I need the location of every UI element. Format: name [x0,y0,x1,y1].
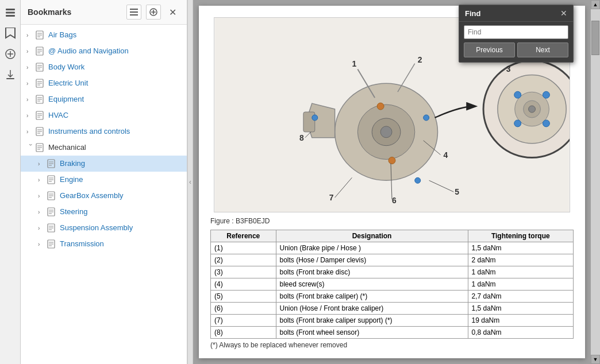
table-cell: bolts (Hose / Damper clevis) [276,254,468,266]
table-cell: (4) [211,278,276,291]
table-cell: Union (Hose / Front brake caliper) [276,303,468,315]
table-cell: 1,5 daNm [468,303,573,315]
svg-point-101 [543,91,549,98]
table-row: (8)bolts (Front wheel sensor)0,8 daNm [211,327,574,339]
scroll-down-button[interactable]: ▼ [591,355,600,364]
sidebar-item-equipment[interactable]: › Equipment [21,91,187,107]
find-next-button[interactable]: Next [517,42,568,57]
sidebar-tag2-icon[interactable] [146,5,161,20]
sidebar-title: Bookmarks [28,7,71,17]
scroll-thumb[interactable] [591,21,599,55]
svg-rect-8 [130,9,138,10]
table-header-reference: Reference [211,230,276,242]
table-row: (5)bolts (Front brake caliper) (*)2,7 da… [211,291,574,303]
book-icon-mech [34,142,45,153]
svg-point-103 [543,120,549,127]
find-input[interactable] [464,25,568,39]
sidebar-collapse-handle[interactable]: ‹ [187,0,193,364]
find-previous-button[interactable]: Previous [464,42,515,57]
svg-rect-10 [130,14,138,16]
table-cell: (2) [211,254,276,266]
svg-point-100 [514,91,521,98]
svg-text:6: 6 [392,196,397,205]
chevron-right-icon-steer: › [38,208,46,216]
main-content: Find ✕ Previous Next [193,0,591,364]
sidebar-item-label-steer: Steering [60,207,87,217]
toolbar-bookmark-icon[interactable] [2,25,18,41]
chevron-right-icon-susp: › [38,224,46,232]
toolbar-attach-icon[interactable] [2,67,18,83]
sidebar-item-label-braking: Braking [60,159,85,169]
sidebar-item-body-work[interactable]: › Body Work [21,59,187,75]
chevron-right-icon-trans: › [38,241,46,248]
table-row: (3)bolts (Front brake disc)1 daNm [211,266,574,278]
toolbar-tag-icon[interactable] [2,46,18,62]
chevron-right-icon: › [26,32,34,39]
table-cell: (5) [211,291,276,303]
sidebar-item-instruments[interactable]: › Instruments and controls [21,123,187,140]
table-cell: (3) [211,266,276,278]
chevron-right-icon-gear: › [38,192,46,200]
svg-text:3: 3 [506,64,511,73]
svg-text:1: 1 [352,59,356,68]
sidebar-item-steering[interactable]: › Steering [21,204,187,220]
data-table: Reference Designation Tightening torque … [210,230,574,339]
sidebar-item-engine[interactable]: › Engine [21,172,187,188]
sidebar-item-label-mech: Mechanical [48,143,86,153]
left-toolbar [0,0,21,364]
table-cell: 1 daNm [468,278,573,291]
sidebar-item-gearbox[interactable]: › GearBox Assembly [21,188,187,204]
sidebar-item-electric[interactable]: › Electric Unit [21,75,187,91]
table-cell: 2 daNm [468,254,573,266]
table-cell: 1,5 daNm [468,242,573,254]
svg-point-99 [529,106,536,113]
sidebar-item-label-engine: Engine [60,175,83,185]
book-icon-steer [46,207,56,217]
chevron-right-icon-audio: › [26,48,34,55]
table-cell: bolts (Front brake caliper support) (*) [276,315,468,327]
sidebar: Bookmarks ✕ › Air Bags › @ Audio and [21,0,187,364]
chevron-right-icon-hvac: › [26,112,34,119]
sidebar-item-label-susp: Suspension Assembly [60,223,133,233]
sidebar-item-label-equip: Equipment [48,95,84,104]
find-close-button[interactable]: ✕ [560,9,567,18]
scroll-up-button[interactable]: ▲ [591,0,600,9]
svg-point-74 [380,126,392,138]
sidebar-item-transmission[interactable]: › Transmission [21,236,187,252]
book-icon-susp [46,223,56,233]
book-icon-engine [46,175,56,185]
table-cell: bleed screw(s) [276,278,468,291]
svg-text:5: 5 [455,187,459,196]
sidebar-item-braking[interactable]: › Braking [21,156,187,172]
book-icon-audio [34,46,45,56]
sidebar-item-label-instr: Instruments and controls [48,127,130,137]
toolbar-layers-icon[interactable] [2,5,18,21]
table-cell: (8) [211,327,276,339]
chevron-right-icon-body: › [26,64,34,71]
sidebar-menu-icon[interactable] [126,5,141,20]
chevron-right-icon-electric: › [26,80,34,87]
sidebar-item-air-bags[interactable]: › Air Bags [21,27,187,43]
book-icon-hvac [34,110,45,121]
chevron-right-icon-instr: › [26,128,34,135]
table-cell: bolts (Front brake caliper) (*) [276,291,468,303]
svg-text:7: 7 [329,193,334,202]
scroll-track [591,9,600,355]
book-icon-brake [46,158,56,169]
table-note: (*) Always to be replaced whenever remov… [210,341,574,349]
sidebar-item-mechanical[interactable]: › Mechanical [21,140,187,156]
sidebar-item-label-trans: Transmission [60,239,104,249]
svg-rect-2 [6,15,15,17]
table-header-designation: Designation [276,230,468,242]
sidebar-item-audio-nav[interactable]: › @ Audio and Navigation [21,43,187,59]
table-row: (7)bolts (Front brake caliper support) (… [211,315,574,327]
table-cell: (1) [211,242,276,254]
chevron-right-icon-brake: › [38,160,46,168]
sidebar-item-suspension[interactable]: › Suspension Assembly [21,220,187,236]
chevron-right-icon-engine: › [38,176,46,184]
sidebar-tree: › Air Bags › @ Audio and Navigation › Bo… [21,25,187,364]
svg-rect-1 [6,12,15,14]
sidebar-close-button[interactable]: ✕ [166,6,180,19]
figure-caption: Figure : B3FB0EJD [210,217,574,225]
sidebar-item-hvac[interactable]: › HVAC [21,107,187,123]
